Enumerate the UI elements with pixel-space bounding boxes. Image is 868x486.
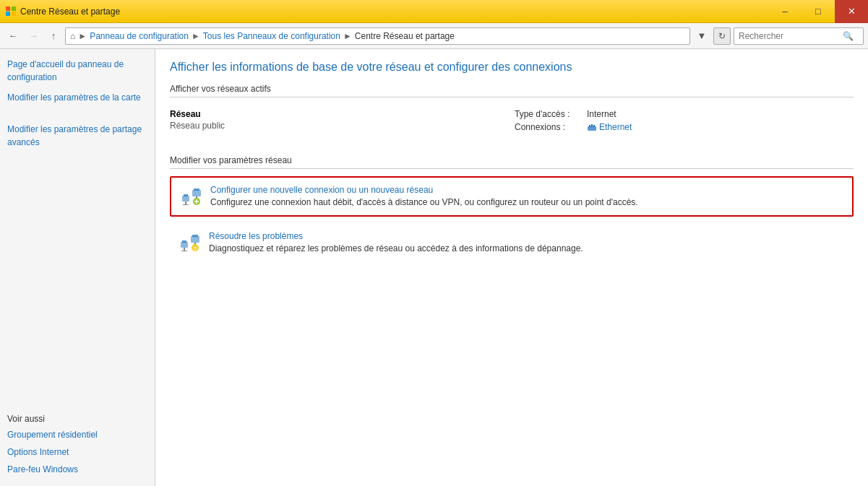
modify-section: Modifier vos paramètres réseau bbox=[170, 155, 854, 260]
window-title: Centre Réseau et partage bbox=[20, 6, 120, 17]
network-right: Type d'accès : Internet Connexions : Eth… bbox=[515, 109, 854, 135]
svg-rect-4 bbox=[182, 196, 189, 201]
svg-rect-1 bbox=[589, 125, 590, 127]
svg-text:?: ? bbox=[194, 246, 197, 252]
sidebar-item-residential[interactable]: Groupement résidentiel bbox=[7, 428, 147, 441]
connections-row: Connexions : Ethernet bbox=[515, 122, 854, 132]
breadcrumb-control-panel[interactable]: Panneau de configuration bbox=[90, 31, 189, 41]
svg-rect-17 bbox=[181, 251, 187, 251]
network-type: Réseau public bbox=[170, 121, 509, 131]
svg-rect-6 bbox=[185, 201, 186, 204]
access-type-label: Type d'accès : bbox=[515, 109, 587, 119]
close-button[interactable]: ✕ bbox=[835, 0, 868, 23]
sidebar-footer-title: Voir aussi bbox=[7, 414, 147, 424]
network-name: Réseau bbox=[170, 109, 509, 119]
svg-rect-19 bbox=[192, 235, 198, 237]
svg-rect-16 bbox=[184, 248, 185, 251]
address-bar: ← → ↑ ⌂ ► Panneau de configuration ► Tou… bbox=[0, 23, 868, 49]
page-title: Afficher les informations de base de vot… bbox=[170, 61, 854, 74]
up-button[interactable]: ↑ bbox=[45, 27, 62, 45]
search-icon: 🔍 bbox=[843, 31, 854, 41]
svg-rect-14 bbox=[181, 242, 188, 248]
modify-header: Modifier vos paramètres réseau bbox=[170, 155, 854, 169]
main-container: Page d'accueil du panneau de configurati… bbox=[0, 49, 868, 486]
breadcrumb-home: ⌂ bbox=[70, 31, 75, 41]
connections-label: Connexions : bbox=[515, 122, 587, 132]
search-input[interactable] bbox=[739, 31, 840, 41]
title-bar-left: Centre Réseau et partage bbox=[6, 6, 120, 17]
troubleshoot-box: ? Résoudre les problèmes Diagnostiquez e… bbox=[170, 225, 854, 260]
svg-rect-3 bbox=[593, 125, 595, 127]
access-type-row: Type d'accès : Internet bbox=[515, 109, 854, 119]
configure-connection-content: Configurer une nouvelle connexion ou un … bbox=[210, 185, 638, 207]
sidebar-item-firewall[interactable]: Pare-feu Windows bbox=[7, 463, 147, 476]
svg-rect-9 bbox=[194, 188, 199, 191]
content-area: Afficher les informations de base de vot… bbox=[155, 49, 868, 486]
configure-icon bbox=[180, 185, 203, 208]
window-controls: – □ ✕ bbox=[768, 0, 868, 23]
sidebar-item-adapter[interactable]: Modifier les paramètres de la carte bbox=[7, 91, 147, 104]
sidebar-item-internet-options[interactable]: Options Internet bbox=[7, 446, 147, 459]
network-grid: Réseau Réseau public Type d'accès : Inte… bbox=[170, 103, 854, 141]
minimize-button[interactable]: – bbox=[768, 0, 802, 23]
forward-button[interactable]: → bbox=[25, 27, 42, 45]
address-field[interactable]: ⌂ ► Panneau de configuration ► Tous les … bbox=[65, 27, 690, 45]
svg-rect-18 bbox=[191, 236, 199, 243]
refresh-button[interactable]: ↻ bbox=[713, 27, 731, 45]
ethernet-icon bbox=[587, 122, 597, 132]
svg-rect-5 bbox=[184, 194, 188, 196]
network-left: Réseau Réseau public bbox=[170, 109, 509, 135]
title-bar: Centre Réseau et partage – □ ✕ bbox=[0, 0, 868, 23]
app-icon bbox=[6, 6, 16, 17]
svg-rect-8 bbox=[192, 190, 201, 196]
troubleshoot-desc: Diagnostiquez et réparez les problèmes d… bbox=[209, 243, 583, 253]
ethernet-link[interactable]: Ethernet bbox=[587, 122, 632, 132]
breadcrumb-all-panels[interactable]: Tous les Panneaux de configuration bbox=[203, 31, 340, 41]
configure-connection-box: Configurer une nouvelle connexion ou un … bbox=[170, 176, 854, 217]
sidebar-footer: Voir aussi Groupement résidentiel Option… bbox=[7, 414, 147, 477]
active-networks-header: Afficher vos réseaux actifs bbox=[170, 84, 854, 97]
svg-rect-15 bbox=[182, 240, 186, 243]
breadcrumb-current: Centre Réseau et partage bbox=[355, 31, 455, 41]
ethernet-label: Ethernet bbox=[599, 122, 632, 132]
configure-connection-link[interactable]: Configurer une nouvelle connexion ou un … bbox=[210, 185, 638, 195]
maximize-button[interactable]: □ bbox=[802, 0, 835, 23]
configure-connection-icon bbox=[181, 186, 202, 207]
troubleshoot-link[interactable]: Résoudre les problèmes bbox=[209, 231, 583, 241]
back-button[interactable]: ← bbox=[4, 27, 22, 45]
sidebar-item-sharing[interactable]: Modifier les paramètres de partage avanc… bbox=[7, 123, 147, 149]
sidebar: Page d'accueil du panneau de configurati… bbox=[0, 49, 155, 486]
troubleshoot-content: Résoudre les problèmes Diagnostiquez et … bbox=[209, 231, 583, 253]
search-box[interactable]: 🔍 bbox=[734, 27, 864, 45]
svg-rect-2 bbox=[591, 124, 593, 127]
troubleshoot-icon: ? bbox=[179, 231, 202, 254]
svg-rect-7 bbox=[183, 204, 189, 205]
troubleshoot-icon-svg: ? bbox=[179, 232, 201, 253]
access-type-value: Internet bbox=[587, 109, 616, 119]
sidebar-nav-section: Page d'accueil du panneau de configurati… bbox=[7, 58, 147, 150]
sidebar-item-home[interactable]: Page d'accueil du panneau de configurati… bbox=[7, 59, 124, 82]
dropdown-button[interactable]: ▼ bbox=[693, 27, 710, 45]
configure-connection-desc: Configurez une connexion haut débit, d'a… bbox=[210, 197, 638, 207]
